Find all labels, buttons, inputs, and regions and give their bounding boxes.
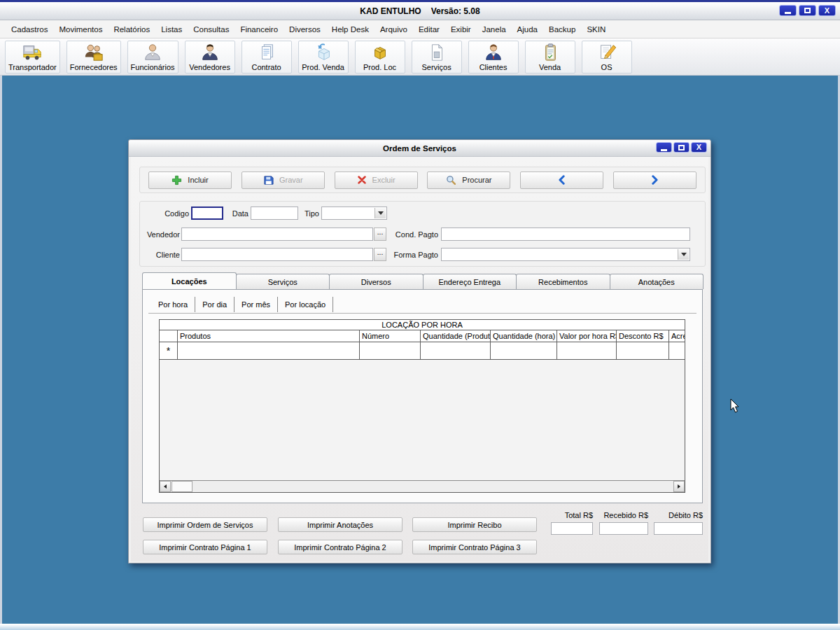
total-input[interactable] <box>551 522 593 535</box>
imprimir-recibo-button[interactable]: Imprimir Recibo <box>412 517 537 532</box>
previous-record-button[interactable] <box>520 172 603 189</box>
main-tabs: Locações Serviços Diversos Endereço Entr… <box>142 274 703 289</box>
imprimir-contrato-pagina-2-button[interactable]: Imprimir Contrato Página 2 <box>278 540 402 554</box>
dialog-titlebar[interactable]: Ordem de Serviços X <box>129 140 710 157</box>
codigo-input[interactable] <box>191 206 223 220</box>
data-input[interactable] <box>251 206 298 220</box>
menu-exibir[interactable]: Exibir <box>445 25 477 34</box>
grid-col-acrescimo[interactable]: Acrés <box>669 330 685 342</box>
menu-editar[interactable]: Editar <box>413 25 445 34</box>
maximize-button[interactable] <box>799 5 816 16</box>
menu-diversos[interactable]: Diversos <box>284 25 326 34</box>
toolbar-os-button[interactable]: OS <box>582 41 632 74</box>
excluir-button[interactable]: Excluir <box>335 172 418 189</box>
grid-col-desconto[interactable]: Desconto R$ <box>617 330 669 342</box>
cell-quantidade-hora[interactable] <box>491 342 557 359</box>
cliente-input[interactable] <box>181 248 373 261</box>
forma-pagto-dropdown-button[interactable] <box>678 249 689 260</box>
toolbar-label: Prod. Loc <box>363 63 396 71</box>
subtab-por-mes[interactable]: Por mês <box>234 297 278 312</box>
menu-financeiro[interactable]: Financeiro <box>234 25 284 34</box>
menu-arquivo[interactable]: Arquivo <box>374 25 413 34</box>
toolbar-transportador-button[interactable]: Transportador <box>5 41 60 74</box>
toolbar-label: Serviços <box>421 63 451 71</box>
cell-produtos[interactable] <box>178 342 360 359</box>
tab-endereco-entrega[interactable]: Endereço Entrega <box>423 274 517 289</box>
cliente-browse-button[interactable]: ... <box>374 248 386 261</box>
toolbar-servicos-button[interactable]: Serviços <box>412 41 462 74</box>
menu-relatorios[interactable]: Relatórios <box>108 25 155 34</box>
imprimir-contrato-pagina-1-button[interactable]: Imprimir Contrato Página 1 <box>143 540 267 554</box>
scroll-right-button[interactable] <box>673 481 685 492</box>
menu-listas[interactable]: Listas <box>155 25 188 34</box>
cond-pagto-input[interactable] <box>441 227 690 241</box>
tipo-select[interactable] <box>321 206 387 220</box>
dialog-close-button[interactable]: X <box>691 142 707 153</box>
next-record-button[interactable] <box>613 172 696 189</box>
menu-janela[interactable]: Janela <box>477 25 512 34</box>
toolbar-funcionarios-button[interactable]: Funcionários <box>127 41 178 74</box>
forma-pagto-select[interactable] <box>441 248 690 261</box>
imprimir-contrato-pagina-3-button[interactable]: Imprimir Contrato Página 3 <box>412 540 537 554</box>
menu-cadastros[interactable]: Cadastros <box>6 25 53 34</box>
menu-movimentos[interactable]: Movimentos <box>53 25 108 34</box>
grid-col-numero[interactable]: Número <box>360 330 421 342</box>
cell-quantidade-produto[interactable] <box>421 342 491 359</box>
procurar-label: Procurar <box>462 176 491 184</box>
excluir-label: Excluir <box>372 176 396 184</box>
tab-locacoes[interactable]: Locações <box>142 272 237 289</box>
grid-col-valor-por-hora[interactable]: Valor por hora R$ <box>557 330 617 342</box>
subtab-por-locacao[interactable]: Por locação <box>278 297 333 312</box>
debito-input[interactable] <box>654 522 703 535</box>
cell-desconto[interactable] <box>617 342 669 359</box>
grid-col-quantidade-hora[interactable]: Quantidade (hora) <box>491 330 557 342</box>
mouse-cursor <box>730 398 740 416</box>
toolbar-clientes-button[interactable]: Clientes <box>468 41 519 74</box>
minimize-button[interactable] <box>779 5 797 16</box>
grid-col-quantidade-produto[interactable]: Quantidade (Produto) <box>421 330 491 342</box>
tab-recebimentos[interactable]: Recebimentos <box>516 274 610 289</box>
menu-ajuda[interactable]: Ajuda <box>512 25 543 34</box>
grid-col-produtos[interactable]: Produtos <box>178 330 360 342</box>
subtab-por-dia[interactable]: Por dia <box>195 297 234 312</box>
dialog-maximize-button[interactable] <box>673 142 690 153</box>
cell-valor-por-hora[interactable] <box>557 342 617 359</box>
imprimir-anotacoes-button[interactable]: Imprimir Anotações <box>278 517 402 532</box>
grid-horizontal-scrollbar[interactable] <box>160 480 685 492</box>
vendedor-input[interactable] <box>181 227 373 241</box>
toolbar-contrato-button[interactable]: Contrato <box>241 41 292 74</box>
toolbar-prod-venda-button[interactable]: Prod. Venda <box>298 41 349 74</box>
cell-acrescimo[interactable] <box>669 342 685 359</box>
procurar-button[interactable]: Procurar <box>427 172 510 189</box>
toolbar-prod-loc-button[interactable]: Prod. Loc <box>355 41 405 74</box>
arrow-left-icon <box>164 484 167 489</box>
menu-consultas[interactable]: Consultas <box>188 25 234 34</box>
incluir-button[interactable]: Incluir <box>148 172 232 189</box>
toolbar-label: Fornecedores <box>70 63 118 71</box>
vendedor-browse-button[interactable]: ... <box>374 227 386 241</box>
tipo-dropdown-button[interactable] <box>374 208 386 218</box>
dialog-minimize-button[interactable] <box>656 142 672 153</box>
minimize-icon <box>661 149 667 151</box>
toolbar-venda-button[interactable]: Venda <box>525 41 575 74</box>
toolbar-vendedores-button[interactable]: Vendedores <box>185 41 235 74</box>
toolbar-fornecedores-button[interactable]: Fornecedores <box>66 41 121 74</box>
minimize-icon <box>785 12 791 14</box>
tab-anotacoes[interactable]: Anotações <box>610 274 704 289</box>
table-row[interactable]: * <box>160 342 685 360</box>
tab-diversos[interactable]: Diversos <box>329 274 424 289</box>
services-icon <box>426 42 447 63</box>
recebido-input[interactable] <box>599 522 648 535</box>
toolbar-label: Prod. Venda <box>302 63 344 71</box>
cell-numero[interactable] <box>360 342 421 359</box>
scrollbar-thumb[interactable] <box>172 481 192 492</box>
menu-backup[interactable]: Backup <box>543 25 581 34</box>
close-button[interactable]: X <box>818 5 836 16</box>
subtab-por-hora[interactable]: Por hora <box>151 297 195 312</box>
tab-servicos[interactable]: Serviços <box>236 274 330 289</box>
imprimir-ordem-servicos-button[interactable]: Imprimir Ordem de Serviços <box>143 517 267 532</box>
menu-help-desk[interactable]: Help Desk <box>326 25 374 34</box>
menu-skin[interactable]: SKIN <box>581 25 611 34</box>
gravar-button[interactable]: Gravar <box>241 172 325 189</box>
scroll-left-button[interactable] <box>160 481 171 492</box>
